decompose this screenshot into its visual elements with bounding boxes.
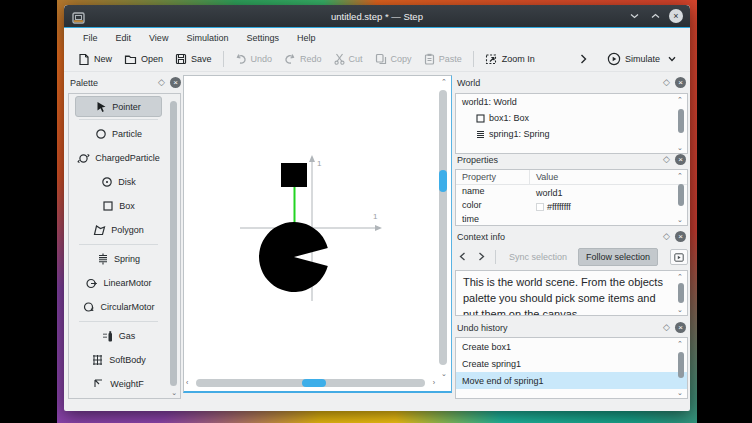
scroll-down-icon[interactable]: ⌄ bbox=[677, 216, 683, 223]
copy-button[interactable]: Copy bbox=[369, 50, 418, 68]
properties-panel-header[interactable]: Properties ◇ × bbox=[457, 151, 686, 168]
forward-button[interactable] bbox=[474, 252, 489, 263]
scroll-down-icon[interactable]: ⌄ bbox=[677, 144, 683, 151]
cut-button[interactable]: Cut bbox=[328, 50, 369, 68]
close-panel-icon[interactable]: × bbox=[675, 231, 686, 242]
context-info-panel[interactable]: This is the world scene. From the object… bbox=[455, 270, 688, 316]
palette-panel-header[interactable]: Palette ◇ × bbox=[70, 74, 181, 91]
menu-settings[interactable]: Settings bbox=[237, 30, 288, 46]
palette-item-linearmotor[interactable]: LinearMotor bbox=[69, 271, 168, 295]
zoom-in-button[interactable]: Zoom In bbox=[479, 50, 541, 68]
palette-item-box[interactable]: Box bbox=[69, 194, 168, 218]
palette-item-particle[interactable]: Particle bbox=[69, 122, 168, 146]
canvas-hscroll-thumb[interactable] bbox=[302, 379, 326, 387]
toolbar-extension-chevron[interactable] bbox=[574, 51, 593, 67]
palette-item-softbody[interactable]: SoftBody bbox=[69, 348, 168, 372]
palette-scrollbar[interactable] bbox=[170, 101, 177, 386]
close-panel-icon[interactable]: × bbox=[675, 154, 686, 165]
properties-scrollbar[interactable]: ⌃ ⌄ bbox=[675, 172, 686, 223]
scroll-thumb[interactable] bbox=[678, 283, 684, 303]
close-panel-icon[interactable]: × bbox=[675, 77, 686, 88]
float-panel-icon[interactable]: ◇ bbox=[158, 78, 165, 87]
tree-item-spring1[interactable]: spring1: Spring bbox=[456, 126, 687, 142]
undo-item-create-box1[interactable]: Create box1 bbox=[456, 338, 687, 355]
properties-header-row[interactable]: Property Value bbox=[456, 170, 687, 185]
column-property[interactable]: Property bbox=[456, 170, 530, 184]
tree-item-world1[interactable]: world1: World bbox=[456, 94, 687, 110]
sync-selection-button[interactable]: Sync selection bbox=[502, 249, 574, 265]
menubar: File Edit View Simulation Settings Help bbox=[64, 28, 690, 47]
simulate-button[interactable]: Simulate bbox=[601, 49, 666, 69]
scroll-up-icon[interactable]: ⌃ bbox=[677, 172, 683, 179]
world-canvas[interactable]: 1 1 ⌃ ⌄ ‹ › bbox=[183, 75, 452, 393]
scroll-right-icon[interactable]: › bbox=[433, 379, 435, 386]
palette-item-chargedparticle[interactable]: ChargedParticle bbox=[69, 146, 168, 170]
scroll-up-icon[interactable]: ⌃ bbox=[441, 78, 447, 85]
paste-button[interactable]: Paste bbox=[418, 50, 468, 68]
maximize-icon[interactable] bbox=[648, 9, 662, 23]
palette-title: Palette bbox=[70, 78, 158, 88]
scroll-thumb[interactable] bbox=[678, 109, 684, 133]
paste-clipboard-icon bbox=[424, 53, 435, 65]
property-row-name[interactable]: name world1 bbox=[456, 185, 687, 199]
canvas-horizontal-scrollbar[interactable]: ‹ › bbox=[186, 377, 435, 389]
new-button[interactable]: New bbox=[72, 50, 118, 69]
scroll-up-icon[interactable]: ⌃ bbox=[677, 340, 683, 347]
undo-scrollbar[interactable]: ⌃ ⌄ bbox=[675, 340, 686, 396]
column-value[interactable]: Value bbox=[530, 170, 687, 184]
palette-item-disk[interactable]: Disk bbox=[69, 170, 168, 194]
minimize-icon[interactable] bbox=[627, 9, 641, 23]
disk-object[interactable] bbox=[259, 222, 328, 292]
scroll-down-icon[interactable]: ⌄ bbox=[441, 370, 447, 377]
box1-object[interactable] bbox=[281, 163, 307, 187]
tree-item-box1[interactable]: box1: Box bbox=[456, 110, 687, 126]
undo-item-create-spring1[interactable]: Create spring1 bbox=[456, 355, 687, 372]
undo-button[interactable]: Undo bbox=[229, 51, 279, 68]
undo-history-panel-header[interactable]: Undo history ◇ × bbox=[457, 319, 686, 336]
back-button[interactable] bbox=[455, 252, 470, 263]
property-row-time[interactable]: time bbox=[456, 213, 687, 226]
scroll-left-icon[interactable]: ‹ bbox=[186, 379, 188, 386]
menu-file[interactable]: File bbox=[74, 30, 107, 46]
save-button[interactable]: Save bbox=[169, 50, 218, 68]
close-panel-icon[interactable]: × bbox=[170, 77, 181, 88]
world-scrollbar[interactable]: ⌃ ⌄ bbox=[675, 96, 686, 151]
property-row-color[interactable]: color #ffffffff bbox=[456, 199, 687, 213]
menu-simulation[interactable]: Simulation bbox=[177, 30, 237, 46]
float-panel-icon[interactable]: ◇ bbox=[663, 232, 670, 241]
float-panel-icon[interactable]: ◇ bbox=[663, 155, 670, 164]
context-scrollbar[interactable]: ⌃ ⌄ bbox=[675, 273, 686, 313]
palette-item-weightforce[interactable]: WeightF bbox=[69, 372, 168, 396]
close-panel-icon[interactable]: × bbox=[675, 322, 686, 333]
titlebar[interactable]: untitled.step * — Step × bbox=[64, 5, 690, 28]
palette-item-circularmotor[interactable]: CircularMotor bbox=[69, 295, 168, 319]
float-panel-icon[interactable]: ◇ bbox=[663, 323, 670, 332]
float-panel-icon[interactable]: ◇ bbox=[663, 78, 670, 87]
palette-item-gas[interactable]: Gas bbox=[69, 324, 168, 348]
scroll-up-icon[interactable]: ⌃ bbox=[677, 273, 683, 280]
menu-view[interactable]: View bbox=[140, 30, 177, 46]
undo-item-move-end-of-spring1[interactable]: Move end of spring1 bbox=[456, 372, 687, 389]
redo-button[interactable]: Redo bbox=[278, 51, 328, 68]
scroll-thumb[interactable] bbox=[678, 352, 684, 378]
open-in-browser-button[interactable] bbox=[670, 249, 688, 265]
scroll-down-icon[interactable]: ⌄ bbox=[171, 389, 177, 396]
close-icon[interactable]: × bbox=[669, 9, 683, 23]
menu-help[interactable]: Help bbox=[288, 30, 325, 46]
context-info-title: Context info bbox=[457, 232, 663, 242]
palette-item-pointer[interactable]: Pointer bbox=[75, 96, 162, 117]
scroll-down-icon[interactable]: ⌄ bbox=[677, 389, 683, 396]
scroll-thumb[interactable] bbox=[678, 184, 684, 206]
scroll-down-icon[interactable]: ⌄ bbox=[677, 306, 683, 313]
scroll-up-icon[interactable]: ⌃ bbox=[677, 96, 683, 103]
menu-edit[interactable]: Edit bbox=[107, 30, 141, 46]
follow-selection-button[interactable]: Follow selection bbox=[578, 248, 658, 266]
palette-item-spring[interactable]: Spring bbox=[69, 247, 168, 271]
palette-item-polygon[interactable]: Polygon bbox=[69, 218, 168, 242]
simulate-dropdown[interactable] bbox=[666, 53, 682, 65]
open-button[interactable]: Open bbox=[118, 50, 169, 68]
canvas-vscroll-thumb[interactable] bbox=[439, 170, 447, 192]
context-info-panel-header[interactable]: Context info ◇ × bbox=[457, 228, 686, 245]
world-panel-header[interactable]: World ◇ × bbox=[457, 74, 686, 91]
canvas-vertical-scrollbar[interactable]: ⌃ ⌄ bbox=[437, 78, 449, 377]
